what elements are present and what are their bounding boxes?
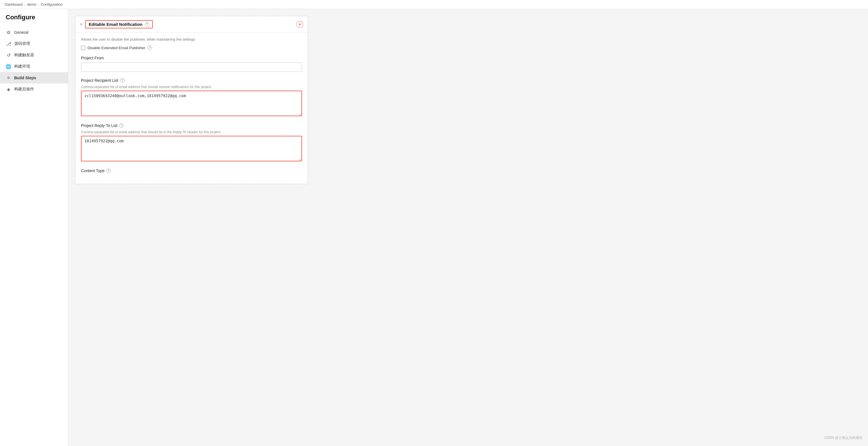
sidebar-label-build-steps: Build Steps [14, 75, 36, 80]
project-from-input[interactable] [81, 63, 302, 72]
recipient-list-textarea[interactable]: zcl15093643240@outlook.com,1814957922@qq… [81, 91, 302, 116]
reply-to-section: Project Reply-To List ? Comma-separated … [81, 123, 302, 162]
sidebar-item-source-management[interactable]: ⎇ 源码管理 [0, 38, 68, 50]
sidebar-item-general[interactable]: ⚙ General [0, 27, 68, 38]
recipient-list-label-text: Project Recipient List [81, 78, 119, 83]
drag-handle-icon[interactable]: ≡ [80, 22, 83, 27]
plugin-title-box: Editable Email Notification ? [85, 20, 153, 28]
recipient-list-label: Project Recipient List ? [81, 78, 302, 83]
breadcrumb-dashboard[interactable]: Dashboard [4, 2, 23, 6]
plugin-title-help-icon[interactable]: ? [145, 22, 150, 27]
top-bar: Dashboard › demo › Configuration [0, 0, 868, 9]
content-type-label: Content Type ? [81, 168, 302, 173]
reply-to-helper: Comma-separated list of email address th… [81, 130, 302, 134]
sidebar: Configure ⚙ General ⎇ 源码管理 ↺ 构建触发器 🌐 构建环… [0, 9, 68, 446]
watermark: CSDN @小张认为的测试 [824, 436, 862, 440]
project-from-section: Project From [81, 56, 302, 72]
reply-to-textarea[interactable]: 1814957922@qq.com [81, 136, 302, 161]
sidebar-label-general: General [14, 30, 28, 35]
post-build-icon: ◈ [6, 86, 11, 92]
disable-publisher-label[interactable]: Disable Extended Email Publisher [88, 46, 145, 50]
branch-icon: ⎇ [6, 41, 11, 46]
sidebar-item-build-env[interactable]: 🌐 构建环境 [0, 61, 68, 72]
breadcrumb-sep-2: › [38, 3, 39, 6]
disable-publisher-help-icon[interactable]: ? [148, 45, 152, 50]
breadcrumb-demo[interactable]: demo [27, 2, 36, 6]
content-type-section: Content Type ? [81, 168, 302, 173]
project-from-label: Project From [81, 56, 302, 60]
trigger-icon: ↺ [6, 52, 11, 58]
sidebar-label-build-env: 构建环境 [14, 64, 30, 69]
content-type-label-text: Content Type [81, 168, 104, 173]
recipient-list-helper: Comma-separated list of email address th… [81, 85, 302, 89]
main-layout: Configure ⚙ General ⎇ 源码管理 ↺ 构建触发器 🌐 构建环… [0, 9, 868, 446]
plugin-header: ≡ Editable Email Notification ? × [75, 16, 308, 33]
gear-icon: ⚙ [6, 30, 11, 35]
sidebar-label-source-management: 源码管理 [14, 41, 30, 46]
content-area: ≡ Editable Email Notification ? × Allows… [68, 9, 868, 446]
app-container: Dashboard › demo › Configuration Configu… [0, 0, 868, 446]
sidebar-title: Configure [0, 13, 68, 27]
sidebar-item-build-steps[interactable]: ≡ Build Steps [0, 72, 68, 84]
recipient-list-help-icon[interactable]: ? [120, 78, 125, 83]
plugin-title: Editable Email Notification [89, 22, 142, 27]
breadcrumb-sep-1: › [25, 3, 26, 6]
disable-publisher-row: Disable Extended Email Publisher ? [81, 45, 302, 50]
sidebar-label-build-triggers: 构建触发器 [14, 53, 34, 58]
breadcrumb-current: Configuration [41, 2, 63, 6]
sidebar-item-post-build[interactable]: ◈ 构建后操作 [0, 84, 68, 95]
recipient-list-section: Project Recipient List ? Comma-separated… [81, 78, 302, 117]
sidebar-label-post-build: 构建后操作 [14, 87, 34, 92]
breadcrumb: Dashboard › demo › Configuration [4, 2, 63, 6]
reply-to-label-text: Project Reply-To List [81, 123, 117, 128]
plugin-body: Allows the user to disable the publisher… [75, 33, 308, 184]
plugin-close-button[interactable]: × [296, 21, 303, 28]
plugin-description: Allows the user to disable the publisher… [81, 37, 302, 41]
plugin-header-left: ≡ Editable Email Notification ? [80, 20, 153, 28]
reply-to-help-icon[interactable]: ? [119, 123, 124, 128]
globe-icon: 🌐 [6, 64, 11, 69]
sidebar-item-build-triggers[interactable]: ↺ 构建触发器 [0, 50, 68, 61]
reply-to-label: Project Reply-To List ? [81, 123, 302, 128]
content-type-help-icon[interactable]: ? [106, 168, 111, 173]
list-icon: ≡ [6, 75, 11, 81]
plugin-card: ≡ Editable Email Notification ? × Allows… [75, 16, 308, 184]
disable-publisher-checkbox[interactable] [81, 46, 85, 50]
